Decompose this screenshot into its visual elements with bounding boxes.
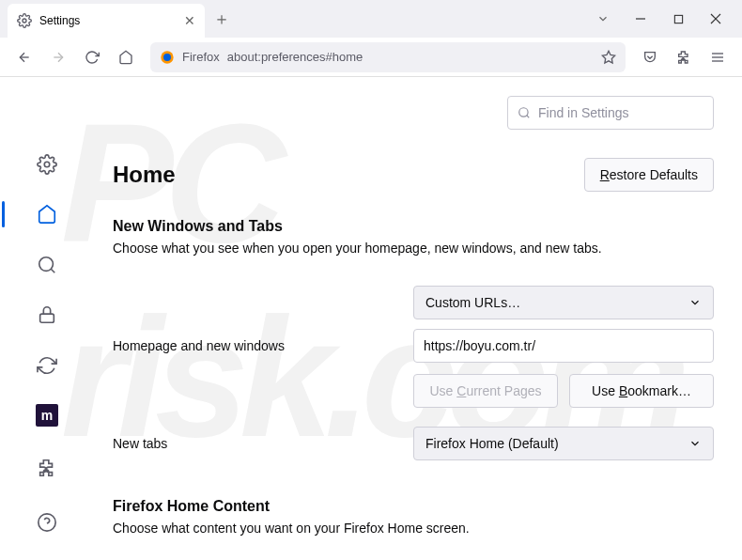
identity-label: Firefox <box>182 50 220 64</box>
homepage-mode-select[interactable]: Custom URLs… <box>413 286 714 319</box>
sidebar-item-general[interactable] <box>28 148 66 181</box>
svg-rect-2 <box>674 15 682 23</box>
homepage-label: Homepage and new windows <box>113 338 413 353</box>
restore-defaults-button[interactable]: Restore Defaults <box>584 158 714 192</box>
url-bar[interactable]: Firefox about:preferences#home <box>150 42 626 72</box>
sidebar-item-search[interactable] <box>28 248 66 282</box>
firefox-logo-icon <box>160 50 175 65</box>
tab-close-icon[interactable]: ✕ <box>184 13 195 28</box>
page-heading: Home <box>113 162 176 188</box>
section-heading-home-content: Firefox Home Content <box>113 498 714 515</box>
svg-point-14 <box>39 257 54 272</box>
forward-button[interactable] <box>43 42 73 72</box>
pocket-button[interactable] <box>635 42 665 72</box>
svg-line-15 <box>51 269 54 272</box>
tab-bar: Settings ✕ ＋ <box>0 0 742 38</box>
find-placeholder: Find in Settings <box>538 105 629 120</box>
tabs-dropdown-icon[interactable] <box>584 12 622 25</box>
chevron-down-icon <box>688 296 702 309</box>
gear-icon <box>17 13 32 28</box>
use-current-pages-button[interactable]: Use Current Pages <box>413 374 558 408</box>
newtabs-value: Firefox Home (Default) <box>425 436 559 451</box>
chevron-down-icon <box>688 437 702 450</box>
svg-point-17 <box>39 514 55 531</box>
sidebar-item-mozilla[interactable]: m <box>28 399 66 433</box>
homepage-url-input[interactable]: https://boyu.com.tr/ <box>413 329 714 363</box>
window-minimize-button[interactable] <box>622 4 659 34</box>
svg-point-19 <box>519 108 528 117</box>
url-text: about:preferences#home <box>227 50 594 64</box>
sidebar: m <box>0 77 94 560</box>
svg-rect-16 <box>40 314 54 322</box>
back-button[interactable] <box>9 42 39 72</box>
app-menu-button[interactable] <box>703 42 733 72</box>
sidebar-item-privacy[interactable] <box>28 299 66 333</box>
browser-tab[interactable]: Settings ✕ <box>8 4 205 38</box>
sidebar-item-extensions[interactable] <box>28 449 66 487</box>
toolbar: Firefox about:preferences#home <box>0 38 742 77</box>
home-button[interactable] <box>111 42 141 72</box>
newtabs-label: New tabs <box>113 436 413 451</box>
window-close-button[interactable] <box>697 4 734 34</box>
reload-button[interactable] <box>77 42 107 72</box>
svg-marker-9 <box>602 51 614 63</box>
homepage-mode-value: Custom URLs… <box>425 295 520 310</box>
svg-point-0 <box>23 19 26 23</box>
search-icon <box>518 106 531 119</box>
sidebar-item-sync[interactable] <box>28 349 66 382</box>
mozilla-icon: m <box>36 404 58 427</box>
homepage-url-value: https://boyu.com.tr/ <box>424 338 535 353</box>
newtabs-select[interactable]: Firefox Home (Default) <box>413 427 714 460</box>
svg-point-13 <box>44 162 50 167</box>
section-heading-new-windows: New Windows and Tabs <box>113 218 714 235</box>
preferences-body: m Find in Settings Home Restore Defaults <box>0 77 742 560</box>
window-maximize-button[interactable] <box>659 4 697 34</box>
svg-point-8 <box>163 54 171 61</box>
section-desc-new-windows: Choose what you see when you open your h… <box>113 241 714 256</box>
content-area: Find in Settings Home Restore Defaults N… <box>94 77 742 560</box>
svg-line-20 <box>527 116 530 118</box>
extensions-button[interactable] <box>669 42 699 72</box>
section-desc-home-content: Choose what content you want on your Fir… <box>113 521 714 536</box>
sidebar-item-help[interactable] <box>28 504 66 541</box>
tab-title: Settings <box>39 14 177 27</box>
sidebar-item-home[interactable] <box>28 198 66 232</box>
use-bookmark-button[interactable]: Use Bookmark… <box>569 374 714 408</box>
find-in-settings-input[interactable]: Find in Settings <box>507 96 714 130</box>
bookmark-star-icon[interactable] <box>601 50 616 65</box>
new-tab-button[interactable]: ＋ <box>209 6 235 32</box>
